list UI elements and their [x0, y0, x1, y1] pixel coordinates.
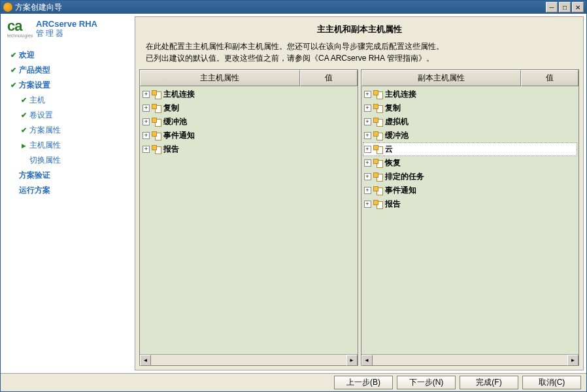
- app-icon: [3, 3, 12, 12]
- tree-row[interactable]: +复制: [363, 101, 578, 115]
- tree-item-label: 云: [385, 144, 393, 155]
- logo-area: ca technologies ARCserve RHA 管理器: [5, 19, 131, 39]
- nav-item[interactable]: 产品类型: [5, 63, 131, 78]
- nav-item-label: 主机: [29, 95, 45, 106]
- nav-item[interactable]: 运行方案: [5, 183, 131, 198]
- expand-icon[interactable]: +: [364, 146, 371, 153]
- nav-item[interactable]: 卷设置: [5, 108, 131, 123]
- property-group-icon: [373, 186, 383, 195]
- tree-row[interactable]: +复制: [141, 101, 356, 115]
- nav-item[interactable]: 方案验证: [5, 168, 131, 183]
- main-area: ca technologies ARCserve RHA 管理器 欢迎产品类型方…: [1, 14, 586, 373]
- tree-item-label: 排定的任务: [385, 171, 424, 182]
- tree-row[interactable]: +缓冲池: [363, 129, 578, 142]
- nav-item-label: 主机属性: [29, 140, 61, 151]
- arrow-icon: [19, 142, 28, 149]
- check-icon: [8, 51, 18, 59]
- property-group-icon: [373, 159, 383, 168]
- expand-icon[interactable]: +: [143, 118, 150, 125]
- titlebar: 方案创建向导 ─ □ ✕: [1, 1, 586, 14]
- master-panel: 主主机属性 值 +主机连接+复制+缓冲池+事件通知+报告 ◄ ►: [139, 69, 358, 366]
- expand-icon[interactable]: +: [364, 159, 371, 167]
- nav-item-label: 方案设置: [19, 80, 50, 91]
- expand-icon[interactable]: +: [364, 173, 371, 180]
- tree-row[interactable]: +报告: [141, 142, 356, 156]
- finish-button[interactable]: 完成(F): [460, 376, 518, 389]
- replica-col-value[interactable]: 值: [521, 70, 579, 86]
- scroll-left-icon[interactable]: ◄: [361, 355, 373, 366]
- tree-row[interactable]: +主机连接: [363, 88, 578, 101]
- expand-icon[interactable]: +: [364, 91, 371, 98]
- footer: 上一步(B) 下一步(N) 完成(F) 取消(C): [1, 373, 586, 391]
- sidebar: ca technologies ARCserve RHA 管理器 欢迎产品类型方…: [1, 14, 135, 373]
- expand-icon[interactable]: +: [364, 201, 371, 208]
- master-col-name[interactable]: 主主机属性: [140, 70, 300, 86]
- tree-row[interactable]: +云: [363, 142, 578, 156]
- expand-icon[interactable]: +: [143, 132, 150, 139]
- replica-panel: 副本主机属性 值 +主机连接+复制+虚拟机+缓冲池+云+恢复+排定的任务+事件通…: [361, 69, 580, 366]
- content-pane: 主主机和副本主机属性 在此处配置主主机属性和副本主机属性。您还可以在该向导步骤完…: [135, 16, 584, 370]
- expand-icon[interactable]: +: [143, 105, 150, 112]
- scroll-right-icon[interactable]: ►: [346, 355, 358, 366]
- maximize-button[interactable]: □: [559, 2, 571, 12]
- nav-item-label: 方案验证: [19, 170, 50, 181]
- ca-logo: ca technologies: [7, 19, 32, 39]
- nav-item[interactable]: 方案设置: [5, 78, 131, 93]
- cancel-button[interactable]: 取消(C): [522, 376, 581, 389]
- product-name: ARCserve RHA: [36, 19, 97, 29]
- property-group-icon: [152, 118, 161, 127]
- property-group-icon: [373, 172, 383, 182]
- tree-row[interactable]: +报告: [363, 197, 578, 211]
- minimize-button[interactable]: ─: [546, 2, 558, 12]
- tree-item-label: 主机连接: [385, 89, 416, 100]
- master-tree-wrap: +主机连接+复制+缓冲池+事件通知+报告: [140, 86, 358, 354]
- nav-item-label: 卷设置: [29, 110, 53, 121]
- ca-logo-sub: technologies: [7, 33, 32, 39]
- master-hscroll[interactable]: ◄ ►: [140, 354, 358, 365]
- nav-item[interactable]: 欢迎: [5, 48, 131, 63]
- expand-icon[interactable]: +: [364, 187, 371, 194]
- tree-row[interactable]: +缓冲池: [141, 115, 356, 129]
- property-group-icon: [152, 90, 161, 99]
- property-group-icon: [373, 104, 383, 113]
- tree-row[interactable]: +虚拟机: [363, 115, 578, 129]
- page-title: 主主机和副本主机属性: [146, 24, 573, 35]
- nav-item-label: 欢迎: [19, 50, 35, 61]
- tree-item-label: 报告: [163, 144, 179, 155]
- tree-item-label: 虚拟机: [385, 116, 409, 127]
- expand-icon[interactable]: +: [364, 132, 371, 139]
- master-col-value[interactable]: 值: [300, 70, 358, 86]
- tree-row[interactable]: +恢复: [363, 156, 578, 170]
- replica-col-name[interactable]: 副本主机属性: [361, 70, 522, 86]
- scroll-track[interactable]: [373, 355, 568, 365]
- panels: 主主机属性 值 +主机连接+复制+缓冲池+事件通知+报告 ◄ ►: [135, 67, 583, 370]
- nav-item[interactable]: 主机: [5, 93, 131, 108]
- back-button[interactable]: 上一步(B): [334, 376, 393, 389]
- tree-row[interactable]: +主机连接: [141, 88, 356, 101]
- scroll-track[interactable]: [151, 355, 346, 365]
- nav-item[interactable]: 切换属性: [5, 153, 131, 168]
- expand-icon[interactable]: +: [364, 105, 371, 112]
- nav-list: 欢迎产品类型方案设置主机卷设置方案属性主机属性切换属性方案验证运行方案: [5, 48, 131, 198]
- replica-hscroll[interactable]: ◄ ►: [361, 354, 579, 365]
- tree-row[interactable]: +排定的任务: [363, 170, 578, 184]
- tree-item-label: 缓冲池: [163, 116, 187, 127]
- tree-item-label: 主机连接: [163, 89, 195, 100]
- replica-tree-wrap: +主机连接+复制+虚拟机+缓冲池+云+恢复+排定的任务+事件通知+报告: [361, 86, 579, 354]
- window-title: 方案创建向导: [15, 2, 62, 13]
- next-button[interactable]: 下一步(N): [397, 376, 456, 389]
- nav-item[interactable]: 主机属性: [5, 138, 131, 153]
- nav-item[interactable]: 方案属性: [5, 123, 131, 138]
- expand-icon[interactable]: +: [364, 118, 371, 125]
- scroll-left-icon[interactable]: ◄: [140, 355, 151, 366]
- property-group-icon: [152, 145, 161, 154]
- expand-icon[interactable]: +: [143, 91, 150, 98]
- expand-icon[interactable]: +: [143, 146, 150, 153]
- nav-item-label: 运行方案: [19, 185, 50, 196]
- tree-row[interactable]: +事件通知: [363, 184, 578, 197]
- scroll-right-icon[interactable]: ►: [567, 355, 579, 366]
- tree-item-label: 报告: [385, 199, 401, 210]
- tree-row[interactable]: +事件通知: [141, 129, 356, 142]
- close-button[interactable]: ✕: [572, 2, 584, 12]
- nav-item-label: 产品类型: [19, 65, 50, 76]
